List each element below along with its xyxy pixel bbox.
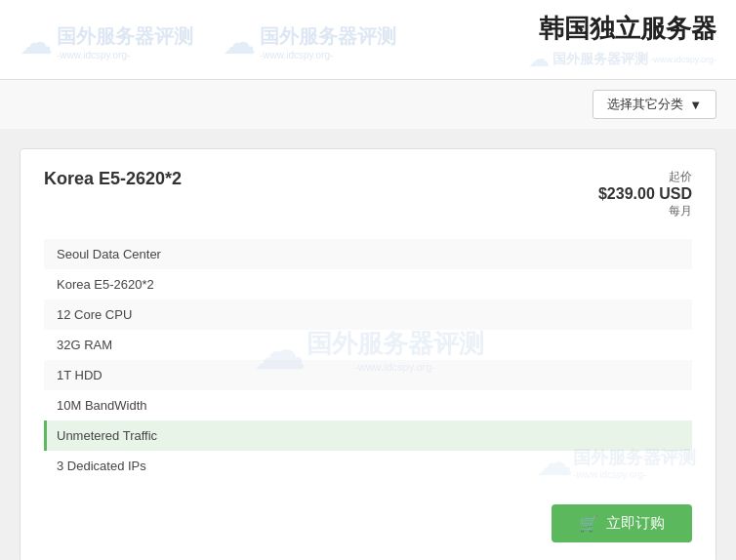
header-wm-text-right: 国外服务器评测 -www.idcspy.org-: [260, 23, 396, 60]
feature-item: Seoul Data Center: [44, 239, 692, 269]
product-card: ☁ 国外服务器评测 -www.idcspy.org- ☁ 国外服务器评测 -ww…: [20, 148, 716, 560]
features-list: Seoul Data CenterKorea E5-2620*212 Core …: [44, 239, 692, 481]
page-title: 韩国独立服务器: [529, 12, 716, 46]
title-wm-sub: -www.idcspy.org-: [650, 55, 716, 64]
feature-item: 1T HDD: [44, 360, 692, 390]
category-dropdown[interactable]: 选择其它分类 ▼: [593, 90, 716, 119]
cart-icon: 🛒: [579, 514, 598, 533]
price-value: $239.00 USD: [598, 185, 692, 203]
cloud-icon-left: ☁: [20, 22, 53, 61]
dropdown-bar: 选择其它分类 ▼: [0, 80, 736, 129]
feature-item: 10M BandWidth: [44, 390, 692, 420]
header-watermarks: ☁ 国外服务器评测 -www.idcspy.org- ☁ 国外服务器评测 -ww…: [20, 22, 529, 61]
card-header: Korea E5-2620*2 起价 $239.00 USD 每月: [44, 169, 692, 220]
order-button-label: 立即订购: [606, 514, 665, 533]
price-period: 每月: [598, 203, 692, 220]
cloud-icon-right: ☁: [223, 22, 256, 61]
main-content: ☁ 国外服务器评测 -www.idcspy.org- ☁ 国外服务器评测 -ww…: [0, 129, 736, 560]
chevron-down-icon: ▼: [689, 98, 702, 112]
price-label: 起价: [598, 169, 692, 185]
header: ☁ 国外服务器评测 -www.idcspy.org- ☁ 国外服务器评测 -ww…: [0, 0, 736, 80]
header-wm-right: ☁ 国外服务器评测 -www.idcspy.org-: [223, 22, 396, 61]
feature-item: Unmetered Traffic: [44, 420, 692, 451]
cloud-icon-title: ☁: [529, 48, 549, 71]
feature-item: 12 Core CPU: [44, 300, 692, 330]
wm-sub-text-left: -www.idcspy.org-: [57, 50, 193, 60]
order-button[interactable]: 🛒 立即订购: [552, 504, 692, 542]
feature-item: 3 Dedicated IPs: [44, 451, 692, 481]
feature-item: 32G RAM: [44, 330, 692, 360]
price-block: 起价 $239.00 USD 每月: [598, 169, 692, 220]
title-wm-text: 国外服务器评测: [552, 51, 648, 68]
dropdown-label: 选择其它分类: [607, 96, 683, 113]
header-title-area: 韩国独立服务器 ☁ 国外服务器评测 -www.idcspy.org-: [529, 12, 716, 71]
product-title: Korea E5-2620*2: [44, 169, 182, 189]
header-wm-text-left: 国外服务器评测 -www.idcspy.org-: [57, 23, 193, 60]
header-wm-left: ☁ 国外服务器评测 -www.idcspy.org-: [20, 22, 193, 61]
feature-item: Korea E5-2620*2: [44, 269, 692, 300]
card-footer: 🛒 立即订购: [44, 504, 692, 542]
wm-sub-text-right: -www.idcspy.org-: [260, 50, 396, 60]
header-title-wm: ☁ 国外服务器评测 -www.idcspy.org-: [529, 48, 716, 71]
wm-main-text-left: 国外服务器评测: [57, 23, 193, 50]
wm-main-text-right: 国外服务器评测: [260, 23, 396, 50]
